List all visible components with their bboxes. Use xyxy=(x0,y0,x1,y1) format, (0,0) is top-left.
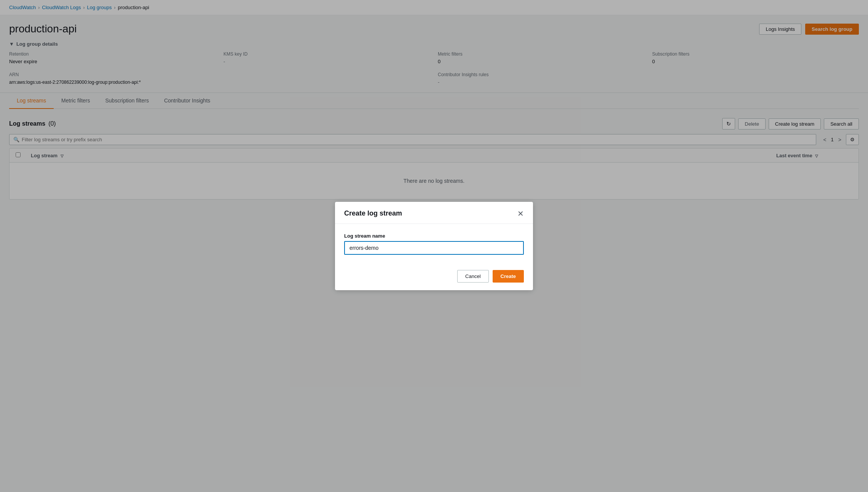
modal-header: Create log stream ✕ xyxy=(335,202,533,224)
modal-cancel-button[interactable]: Cancel xyxy=(457,270,488,283)
modal-body: Log stream name xyxy=(335,224,533,264)
log-stream-name-input[interactable] xyxy=(344,241,524,255)
create-log-stream-modal: Create log stream ✕ Log stream name Canc… xyxy=(335,202,533,290)
modal-overlay: Create log stream ✕ Log stream name Canc… xyxy=(0,0,868,492)
modal-create-button[interactable]: Create xyxy=(493,270,524,283)
modal-footer: Cancel Create xyxy=(335,264,533,290)
modal-title: Create log stream xyxy=(344,209,402,217)
log-stream-name-label: Log stream name xyxy=(344,233,524,239)
modal-close-button[interactable]: ✕ xyxy=(517,210,524,217)
